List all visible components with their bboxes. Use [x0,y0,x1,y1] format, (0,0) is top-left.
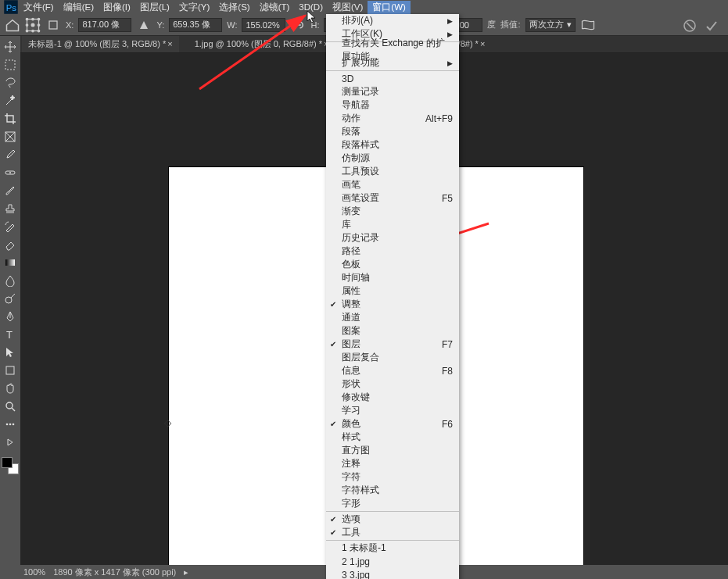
menu-channels[interactable]: 通道 [326,311,459,324]
menu-navigator[interactable]: 导航器 [326,98,459,112]
dodge-tool-icon[interactable] [2,291,19,306]
menu-paragraph[interactable]: 段落 [326,125,459,138]
foreground-color[interactable] [2,457,13,468]
move-tool-icon[interactable] [2,39,19,55]
menu-notes[interactable]: 注释 [326,457,459,470]
menu-color[interactable]: ✔颜色F6 [326,417,459,431]
menu-learn[interactable]: 学习 [326,404,459,417]
svg-text:T: T [6,329,13,341]
tab-1[interactable]: 未标题-1 @ 100% (图层 3, RGB/8) *× [22,36,179,52]
menu-image[interactable]: 图像(I) [99,1,135,14]
history-brush-tool-icon[interactable] [2,219,19,234]
tab-2[interactable]: 1.jpg @ 100% (图层 0, RGB/8#) *× [188,36,335,52]
hand-tool-icon[interactable] [2,381,19,396]
menu-character[interactable]: 字符 [326,470,459,484]
x-input[interactable] [78,18,131,32]
link-icon[interactable] [290,17,306,33]
menu-character-style[interactable]: 字符样式 [326,484,459,497]
interp-dropdown[interactable]: 两次立方▾ [525,18,576,32]
menu-type[interactable]: 文字(Y) [174,1,214,14]
gradient-tool-icon[interactable] [2,255,19,270]
menu-gradient[interactable]: 渐变 [326,205,459,218]
eyedrop-tool-icon[interactable] [2,147,19,163]
marquee-tool-icon[interactable] [2,57,19,73]
menu-window-2[interactable]: 2 1.jpg [326,555,459,568]
svg-point-22 [6,424,9,426]
relative-position-icon[interactable] [45,17,61,33]
menu-edit[interactable]: 编辑(E) [59,1,99,14]
heal-tool-icon[interactable] [2,165,19,180]
check-icon: ✔ [330,420,336,428]
color-swatch[interactable] [2,457,19,474]
menu-swatch[interactable]: 色板 [326,258,459,271]
menu-window-1[interactable]: 1 未标题-1 [326,541,459,555]
wand-tool-icon[interactable] [2,93,19,109]
menu-clone-source[interactable]: 仿制源 [326,152,459,165]
menu-view[interactable]: 视图(V) [328,1,368,14]
stamp-tool-icon[interactable] [2,201,19,216]
menu-layer[interactable]: 图层(L) [135,1,174,14]
pen-tool-icon[interactable] [2,309,19,324]
menu-file[interactable]: 文件(F) [19,1,59,14]
menu-exchange[interactable]: 查找有关 Exchange 的扩展功能... [326,43,459,56]
menu-styles[interactable]: 样式 [326,431,459,444]
menu-3d-panel[interactable]: 3D [326,72,459,85]
menu-options[interactable]: ✔选项 [326,513,459,526]
menu-arrange[interactable]: 排列(A) [326,14,459,27]
cancel-icon[interactable] [683,19,697,35]
crop-tool-icon[interactable] [2,111,19,127]
menu-brush[interactable]: 画笔 [326,178,459,191]
commit-icon[interactable] [705,19,719,35]
menu-select[interactable]: 选择(S) [214,1,254,14]
lasso-tool-icon[interactable] [2,75,19,91]
type-tool-icon[interactable]: T [2,327,19,342]
menu-tool-preset[interactable]: 工具预设 [326,165,459,178]
menu-layers[interactable]: ✔图层F7 [326,338,459,351]
close-icon[interactable]: × [167,39,172,48]
shape-tool-icon[interactable] [2,363,19,378]
triangle-icon[interactable] [136,17,152,33]
y-input[interactable] [169,18,222,32]
menu-measure[interactable]: 测量记录 [326,85,459,98]
zoom-tool-icon[interactable] [2,399,19,414]
svg-point-8 [38,23,40,26]
edit-toolbar-icon[interactable] [2,434,19,450]
menu-filter[interactable]: 滤镜(T) [255,1,295,14]
frame-tool-icon[interactable] [2,129,19,145]
reference-point-icon[interactable] [25,17,41,33]
menu-path[interactable]: 路径 [326,245,459,258]
menu-patterns[interactable]: 图案 [326,324,459,338]
svg-rect-14 [5,60,15,70]
eraser-tool-icon[interactable] [2,237,19,252]
menu-modifier-keys[interactable]: 修改键 [326,391,459,404]
menu-extensions[interactable]: 扩展功能 [326,56,459,70]
brush-tool-icon[interactable] [2,183,19,198]
menu-timeline[interactable]: 时间轴 [326,271,459,284]
y-label: Y: [156,20,164,30]
menu-properties[interactable]: 属性 [326,284,459,298]
menu-paragraph-style[interactable]: 段落样式 [326,138,459,152]
more-tools-icon[interactable] [2,416,19,432]
menu-history[interactable]: 历史记录 [326,231,459,245]
menu-brush-settings[interactable]: 画笔设置F5 [326,191,459,205]
menu-histogram[interactable]: 直方图 [326,444,459,457]
zoom-level[interactable]: 100% [23,567,45,577]
menu-layer-comps[interactable]: 图层复合 [326,351,459,364]
menu-tools[interactable]: ✔工具 [326,526,459,539]
menu-shapes[interactable]: 形状 [326,377,459,391]
chevron-right-icon[interactable]: ▸ [184,567,188,577]
menu-window[interactable]: 窗口(W) [368,1,411,14]
menu-actions[interactable]: 动作Alt+F9 [326,112,459,125]
menu-library[interactable]: 库 [326,218,459,231]
blur-tool-icon[interactable] [2,273,19,288]
close-icon[interactable]: × [480,39,485,48]
path-select-tool-icon[interactable] [2,345,19,360]
transform-handle[interactable]: ◇ [164,417,171,428]
warp-icon[interactable] [580,17,596,33]
menu-glyphs[interactable]: 字形 [326,497,459,510]
menu-adjustments[interactable]: ✔调整 [326,298,459,311]
menu-window-3[interactable]: 3 3.jpg [326,568,459,579]
menu-info[interactable]: 信息F8 [326,364,459,377]
home-icon[interactable] [5,17,20,33]
w-input[interactable] [242,18,285,32]
